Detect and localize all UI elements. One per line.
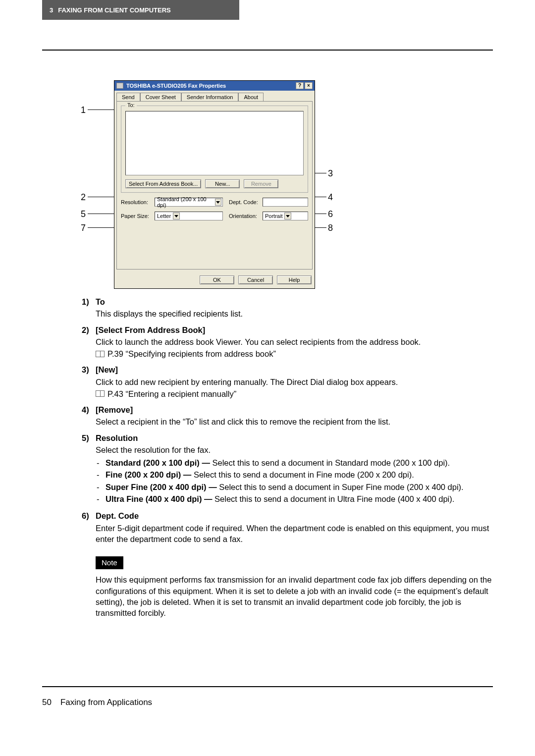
ok-button[interactable]: OK xyxy=(200,275,234,284)
paper-size-label: Paper Size: xyxy=(121,213,152,219)
content-area: 1 2 5 7 3 4 6 8 TOSHIBA e-STUDIO205 Fax … xyxy=(42,74,493,618)
select-from-address-book-button[interactable]: Select From Address Book... xyxy=(125,179,201,188)
chevron-down-icon xyxy=(173,213,180,219)
callout-3: 3 xyxy=(328,168,333,179)
resolution-options: -Standard (200 x 100 dpi) — Select this … xyxy=(96,457,493,504)
item-text: Click to add new recipient by entering m… xyxy=(96,377,493,387)
item-title: Dept. Code xyxy=(96,510,493,521)
item-number: 5) xyxy=(82,432,96,506)
new-button[interactable]: New... xyxy=(205,179,240,188)
item-number: 6) xyxy=(82,510,96,544)
callout-4: 4 xyxy=(328,192,333,203)
help-button[interactable]: ? xyxy=(296,82,304,89)
orientation-label: Orientation: xyxy=(229,213,260,219)
reference-text: P.43 “Entering a recipient manually” xyxy=(107,388,236,399)
chapter-title: FAXING FROM CLIENT COMPUTERS xyxy=(58,6,171,14)
book-icon xyxy=(96,351,105,357)
list-item: 2) [Select From Address Book] Click to l… xyxy=(82,324,493,360)
bottom-rule xyxy=(42,686,493,687)
section-title: Faxing from Applications xyxy=(60,698,152,707)
dialog-titlebar: TOSHIBA e-STUDIO205 Fax Properties ? × xyxy=(114,81,315,91)
note-badge: Note xyxy=(96,556,123,569)
resolution-label: Resolution: xyxy=(121,199,152,205)
list-item: 6) Dept. Code Enter 5-digit department c… xyxy=(82,510,493,544)
fax-properties-dialog: TOSHIBA e-STUDIO205 Fax Properties ? × S… xyxy=(114,80,315,289)
tab-strip: Send Cover Sheet Sender Information Abou… xyxy=(114,91,315,101)
tab-sender-info[interactable]: Sender Information xyxy=(181,93,239,101)
paper-size-dropdown[interactable]: Letter xyxy=(155,212,223,220)
dialog-figure: 1 2 5 7 3 4 6 8 TOSHIBA e-STUDIO205 Fax … xyxy=(42,74,493,282)
dept-code-label: Dept. Code: xyxy=(229,199,260,205)
resolution-dropdown[interactable]: Standard (200 x 100 dpi) xyxy=(155,198,223,207)
chevron-down-icon xyxy=(215,199,221,206)
item-number: 2) xyxy=(82,324,96,360)
page-footer: 50 Faxing from Applications xyxy=(42,698,493,707)
opt-bold: Standard (200 x 100 dpi) — xyxy=(106,458,212,467)
close-button[interactable]: × xyxy=(305,82,313,89)
to-listbox[interactable] xyxy=(125,111,304,175)
cancel-button[interactable]: Cancel xyxy=(238,275,273,284)
reference-text: P.39 “Specifying recipients from address… xyxy=(107,348,276,359)
printer-icon xyxy=(116,83,123,89)
remove-button[interactable]: Remove xyxy=(244,179,278,188)
chapter-number: 3 xyxy=(50,6,53,14)
orientation-dropdown[interactable]: Portrait xyxy=(263,212,308,220)
dialog-bottom-buttons: OK Cancel Help xyxy=(114,271,315,288)
item-text: This displays the specified recipients l… xyxy=(96,308,493,319)
list-item: 5) Resolution Select the resolution for … xyxy=(82,432,493,506)
help-button[interactable]: Help xyxy=(277,275,312,284)
dialog-title: TOSHIBA e-STUDIO205 Fax Properties xyxy=(126,83,226,89)
cross-reference: P.43 “Entering a recipient manually” xyxy=(96,388,493,399)
resolution-value: Standard (200 x 100 dpi) xyxy=(157,196,213,208)
callout-5: 5 xyxy=(81,209,86,219)
callout-7: 7 xyxy=(81,223,86,233)
note-text: How this equipment performs fax transmis… xyxy=(96,574,493,618)
item-text: Select the resolution for the fax. xyxy=(96,444,493,455)
item-number: 3) xyxy=(82,364,96,399)
callout-2: 2 xyxy=(81,192,86,203)
list-item: 1) To This displays the specified recipi… xyxy=(82,296,493,320)
item-title: [Select From Address Book] xyxy=(96,324,493,335)
orientation-value: Portrait xyxy=(265,213,282,219)
callout-6: 6 xyxy=(328,209,333,219)
definitions-list: 1) To This displays the specified recipi… xyxy=(42,296,493,618)
tab-body: To: Select From Address Book... New... R… xyxy=(116,101,313,270)
tab-send[interactable]: Send xyxy=(116,93,140,101)
top-rule xyxy=(42,50,493,51)
item-title: To xyxy=(96,296,493,307)
opt-text: Select this to send a document in Ultra … xyxy=(214,494,454,503)
paper-row: Paper Size: Letter Orientation: Portrait xyxy=(121,212,308,220)
resolution-row: Resolution: Standard (200 x 100 dpi) Dep… xyxy=(121,198,308,207)
item-text: Enter 5-digit department code if require… xyxy=(96,523,493,545)
opt-text: Select this to send a document in Standa… xyxy=(212,458,450,467)
opt-bold: Ultra Fine (400 x 400 dpi) — xyxy=(106,494,214,503)
tab-cover-sheet[interactable]: Cover Sheet xyxy=(140,93,181,101)
item-title: [New] xyxy=(96,364,493,375)
list-item: 3) [New] Click to add new recipient by e… xyxy=(82,364,493,399)
book-icon xyxy=(96,390,105,397)
opt-bold: Super Fine (200 x 400 dpi) — xyxy=(106,483,219,491)
item-text: Select a recipient in the “To” list and … xyxy=(96,416,493,427)
to-buttons: Select From Address Book... New... Remov… xyxy=(125,179,304,188)
list-item: 4) [Remove] Select a recipient in the “T… xyxy=(82,404,493,428)
callout-8: 8 xyxy=(328,223,333,233)
opt-bold: Fine (200 x 200 dpi) — xyxy=(106,470,194,479)
to-label: To: xyxy=(125,102,137,108)
callout-1: 1 xyxy=(81,105,86,115)
page-header: 3 FAXING FROM CLIENT COMPUTERS xyxy=(42,0,239,20)
paper-size-value: Letter xyxy=(157,213,171,219)
chevron-down-icon xyxy=(284,213,291,219)
opt-text: Select this to send a document in Super … xyxy=(219,483,463,491)
item-number: 1) xyxy=(82,296,96,320)
item-title: [Remove] xyxy=(96,404,493,415)
cross-reference: P.39 “Specifying recipients from address… xyxy=(96,348,493,359)
to-group: To: Select From Address Book... New... R… xyxy=(121,106,308,193)
opt-text: Select this to send a document in Fine m… xyxy=(194,470,414,479)
dept-code-input[interactable] xyxy=(263,198,308,207)
item-title: Resolution xyxy=(96,432,493,443)
item-text: Click to launch the address book Viewer.… xyxy=(96,336,493,347)
tab-about[interactable]: About xyxy=(238,93,264,101)
item-number: 4) xyxy=(82,404,96,428)
page-number: 50 xyxy=(42,698,52,707)
